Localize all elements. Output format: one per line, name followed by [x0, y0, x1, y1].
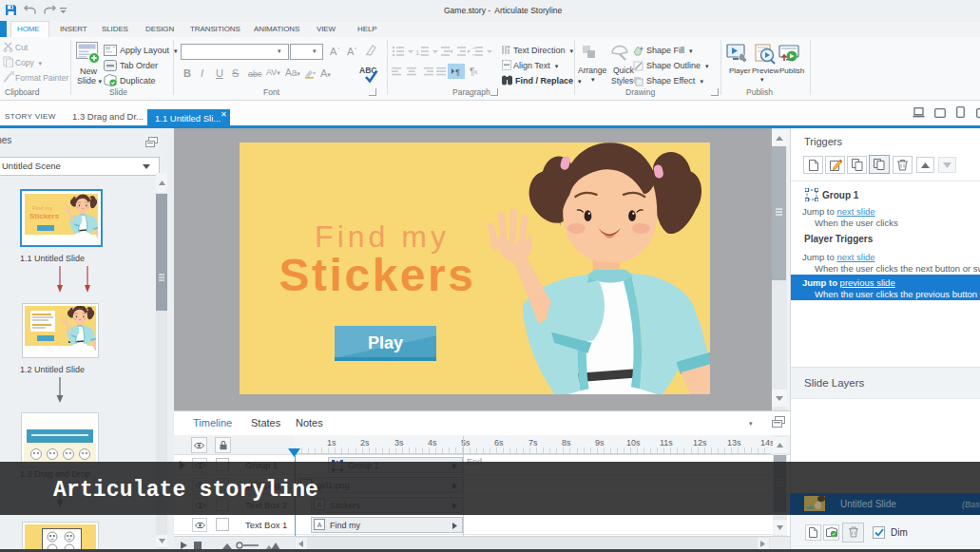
svg-text:▾: ▾ [313, 70, 316, 76]
svg-text:¶: ¶ [455, 67, 460, 76]
svg-text:1.: 1. [415, 48, 422, 57]
